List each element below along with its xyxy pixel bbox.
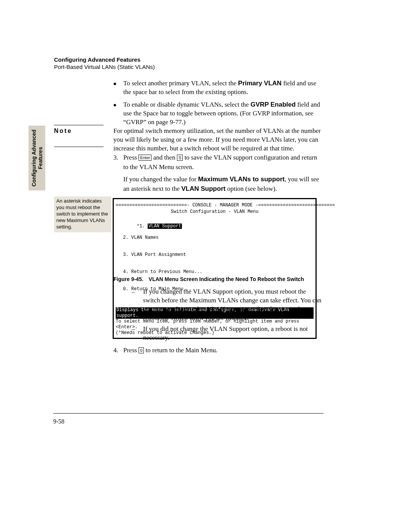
sub-bullet: – If you changed the VLAN Support option…	[132, 288, 323, 323]
step-3: 3. Press Enter and then S to save the VL…	[113, 153, 323, 194]
side-tab-line1: Configuring Advanced	[31, 129, 37, 187]
step-text: and then	[151, 154, 177, 161]
intro-bullets: ■ To select another primary VLAN, select…	[113, 79, 323, 131]
kbd-zero: 0	[139, 347, 144, 353]
step-4: 4. Press 0 to return to the Main Menu.	[113, 346, 323, 355]
bullet-icon: ■	[113, 79, 123, 97]
step-text: If you changed the value for	[123, 176, 198, 183]
step-number: 3.	[113, 153, 123, 172]
side-tab-line2: Features	[37, 147, 43, 169]
footer-rule	[53, 413, 323, 414]
note-rule	[54, 125, 104, 125]
menu-item: 3. VLAN Port Assignment	[120, 252, 314, 258]
bullet-item: ■ To enable or disable dynamic VLANs, se…	[113, 101, 323, 127]
after-figure-text: – If you changed the VLAN Support option…	[113, 288, 323, 355]
menu-num: 1.	[139, 224, 145, 229]
header-subtitle: Port-Based Virtual LANs (Static VLANs)	[54, 64, 155, 70]
note-body: For optimal switch memory utilization, s…	[113, 127, 323, 153]
page-header: Configuring Advanced Features Port-Based…	[54, 56, 155, 70]
bullet-text: To select another primary VLAN, select t…	[123, 80, 238, 87]
step-text: Press	[123, 347, 139, 354]
step-bold: Maximum VLANs to support	[198, 176, 285, 183]
kbd-enter: Enter	[139, 155, 151, 161]
dash-icon: –	[132, 288, 143, 323]
sub-text: If you did not change the VLAN Support o…	[143, 325, 323, 342]
sub-text: If you changed the VLAN Support option, …	[143, 288, 323, 323]
page-number: 9-58	[53, 418, 64, 425]
callout-note: An asterisk indicates you must reboot th…	[54, 197, 111, 232]
bullet-text: To enable or disable dynamic VLANs, sele…	[123, 101, 250, 108]
step-text: Press	[123, 154, 139, 161]
menu-item: 4. Return to Previous Menu...	[120, 269, 314, 275]
sub-bullet: – If you did not change the VLAN Support…	[132, 325, 323, 342]
console-title: Switch Configuration - VLAN Menu	[116, 209, 314, 215]
bullet-item: ■ To select another primary VLAN, select…	[113, 79, 323, 97]
figure-caption: Figure 9-45. VLAN Menu Screen Indicating…	[113, 276, 304, 282]
note-label: Note	[54, 128, 104, 134]
note-rule	[54, 147, 104, 147]
bullet-bold: Primary VLAN	[238, 80, 282, 87]
bullet-icon: ■	[113, 101, 123, 127]
menu-item: 2. VLAN Names	[120, 235, 314, 241]
step-bold: VLAN Support	[182, 185, 226, 192]
step-text: to return to the Main Menu.	[144, 347, 217, 354]
bullet-bold: GVRP Enabled	[250, 101, 296, 108]
header-title: Configuring Advanced Features	[54, 56, 155, 63]
step-number: 4.	[113, 346, 123, 355]
console-bar: ==========================- CONSOLE - MA…	[116, 203, 314, 208]
side-tab: Configuring Advanced Features	[29, 126, 45, 190]
step-text: option (see below).	[226, 185, 277, 192]
kbd-s: S	[177, 155, 183, 161]
menu-item-selected: VLAN Support	[148, 224, 182, 229]
dash-icon: –	[132, 325, 143, 342]
